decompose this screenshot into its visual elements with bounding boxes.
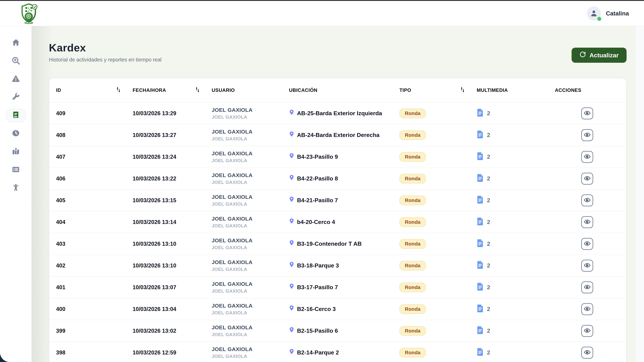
cell-location: B3-17-Pasillo 7 (282, 283, 392, 292)
page-title: Kardex (49, 42, 162, 54)
user-name: Catalina (606, 10, 629, 17)
page-subtitle: Historial de actividades y reportes en t… (49, 57, 162, 63)
view-details-button[interactable] (581, 108, 593, 119)
cell-type: Ronda (392, 174, 470, 184)
sort-icon (460, 87, 465, 94)
view-details-button[interactable] (581, 260, 593, 272)
cell-type: Ronda (392, 348, 470, 358)
location-pin-icon (289, 305, 294, 313)
table-row: 399 10/03/2026 13:02 JOEL GAXIOLA JOEL G… (49, 320, 626, 342)
user-primary: JOEL GAXIOLA (212, 150, 282, 156)
cell-actions (548, 216, 626, 228)
table-row: 409 10/03/2026 13:29 JOEL GAXIOLA JOEL G… (49, 102, 626, 124)
user-menu[interactable]: Catalina (587, 6, 629, 20)
cell-actions (548, 238, 626, 250)
type-badge: Ronda (400, 130, 426, 140)
home-icon (12, 38, 20, 48)
user-primary: JOEL GAXIOLA (212, 107, 282, 113)
cell-type: Ronda (392, 282, 470, 292)
sidebar-item-kardex[interactable] (6, 109, 26, 122)
shield-qr-pin-logo-icon (20, 2, 38, 24)
view-details-button[interactable] (581, 194, 593, 206)
view-details-button[interactable] (581, 325, 593, 337)
column-label: ID (56, 88, 61, 93)
view-details-button[interactable] (581, 129, 593, 141)
sidebar-item-search-location[interactable] (6, 54, 26, 68)
cell-actions (548, 173, 626, 184)
book-icon (12, 111, 20, 120)
cell-multimedia: 2 (470, 108, 548, 118)
view-details-button[interactable] (581, 151, 593, 163)
cell-actions (548, 129, 626, 141)
sidebar-item-records[interactable] (6, 163, 26, 176)
sidebar-item-history[interactable] (6, 127, 26, 140)
sort-icon (195, 87, 200, 94)
type-badge: Ronda (400, 326, 426, 336)
location-label: B3-19-Contenedor T AB (297, 240, 362, 247)
refresh-button-label: Actualizar (590, 52, 619, 59)
user-secondary: JOEL GAXIOLA (212, 266, 282, 272)
cell-location: B3-19-Contenedor T AB (282, 240, 392, 248)
view-details-button[interactable] (581, 282, 593, 293)
sidebar-item-map[interactable] (6, 145, 26, 158)
sidebar-item-tools[interactable] (6, 90, 26, 104)
list-icon (12, 165, 20, 174)
scrollbar-track[interactable] (636, 26, 644, 362)
sidebar-item-alerts[interactable] (6, 72, 26, 86)
user-primary: JOEL GAXIOLA (212, 172, 282, 178)
location-pin-icon (289, 327, 294, 335)
media-count: 2 (487, 349, 490, 356)
app-header: Catalina (0, 1, 644, 26)
view-details-button[interactable] (581, 238, 593, 250)
media-count: 2 (487, 110, 490, 117)
location-label: B4-22-Pasillo 8 (297, 175, 338, 182)
location-label: B3-17-Pasillo 7 (297, 284, 338, 291)
cell-user: JOEL GAXIOLA JOEL GAXIOLA (205, 324, 282, 338)
cell-user: JOEL GAXIOLA JOEL GAXIOLA (205, 281, 282, 294)
cell-type: Ronda (392, 326, 470, 336)
table-column-header[interactable]: ID (49, 87, 126, 94)
cell-user: JOEL GAXIOLA JOEL GAXIOLA (205, 238, 282, 250)
sidebar-item-personnel[interactable] (6, 181, 26, 195)
cell-id: 400 (49, 306, 126, 312)
user-primary: JOEL GAXIOLA (212, 216, 282, 222)
cell-user: JOEL GAXIOLA JOEL GAXIOLA (205, 259, 282, 272)
app-logo (20, 1, 38, 26)
view-details-button[interactable] (581, 347, 593, 358)
view-details-button[interactable] (581, 303, 593, 315)
media-count: 2 (487, 262, 490, 269)
table-row: 404 10/03/2026 13:14 JOEL GAXIOLA JOEL G… (49, 211, 626, 233)
cell-id: 399 (49, 328, 126, 334)
window-top-edge (0, 0, 644, 1)
user-primary: JOEL GAXIOLA (212, 129, 282, 135)
table-column-header[interactable]: TIPO (392, 87, 470, 94)
eye-icon (584, 240, 591, 248)
cell-type: Ronda (392, 108, 470, 118)
sidebar-item-home[interactable] (6, 36, 26, 50)
cell-datetime: 10/03/2026 13:27 (126, 132, 205, 138)
view-details-button[interactable] (581, 173, 593, 184)
user-secondary: JOEL GAXIOLA (212, 136, 282, 142)
online-status-dot (597, 17, 601, 21)
refresh-button[interactable]: Actualizar (572, 48, 627, 63)
type-badge: Ronda (400, 108, 426, 118)
user-secondary: JOEL GAXIOLA (212, 158, 282, 164)
location-pin-icon (289, 348, 294, 357)
eye-icon (584, 327, 591, 334)
cell-actions (548, 194, 626, 206)
cell-actions (548, 303, 626, 315)
user-secondary: JOEL GAXIOLA (212, 310, 282, 316)
media-count: 2 (487, 132, 490, 138)
type-badge: Ronda (400, 282, 426, 292)
warning-triangle-icon (12, 74, 20, 84)
table-column-header[interactable]: FECHA/HORA (126, 87, 205, 94)
eye-icon (584, 197, 591, 204)
document-icon (477, 282, 484, 292)
location-pin-icon (289, 262, 294, 270)
user-secondary: JOEL GAXIOLA (212, 201, 282, 207)
view-details-button[interactable] (581, 216, 593, 228)
eye-icon (584, 284, 591, 291)
cell-type: Ronda (392, 239, 470, 249)
cell-location: b4-20-Cerco 4 (282, 218, 392, 226)
column-label: TIPO (400, 88, 411, 93)
